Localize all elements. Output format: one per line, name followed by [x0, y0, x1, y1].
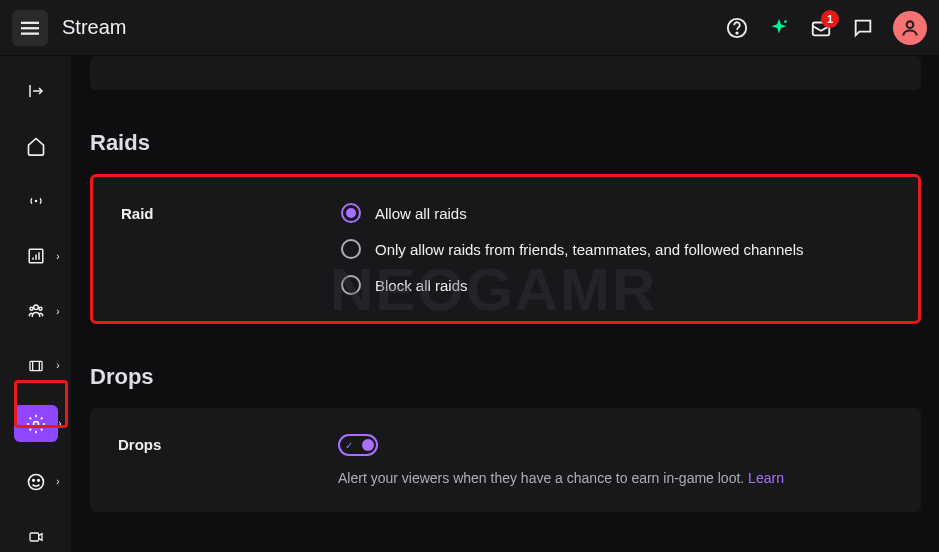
- raids-card: Raid Allow all raids Only allow raids fr…: [90, 174, 921, 324]
- radio-label: Allow all raids: [375, 205, 467, 222]
- sidebar-item-analytics[interactable]: ›: [16, 241, 56, 272]
- help-button[interactable]: [725, 16, 749, 40]
- sidebar-item-collapse[interactable]: [16, 76, 56, 107]
- drops-toggle[interactable]: ✓: [338, 434, 378, 456]
- svg-point-14: [33, 421, 38, 426]
- svg-point-11: [30, 307, 33, 310]
- sidebar-item-stream[interactable]: [16, 186, 56, 217]
- chevron-right-icon: ›: [56, 251, 59, 262]
- inbox-badge: 1: [821, 10, 839, 28]
- svg-rect-0: [21, 21, 39, 23]
- collapse-icon: [26, 82, 46, 100]
- drops-helper-text: Alert your viewers when they have a chan…: [338, 470, 893, 486]
- sidebar-item-extensions[interactable]: ›: [16, 466, 56, 497]
- raid-option-friends-only[interactable]: Only allow raids from friends, teammates…: [341, 239, 890, 259]
- main-content: Raids Raid Allow all raids Only allow ra…: [72, 56, 939, 552]
- svg-point-16: [32, 479, 34, 481]
- learn-link[interactable]: Learn: [748, 470, 784, 486]
- header-actions: 1: [725, 11, 927, 45]
- hamburger-icon: [21, 19, 39, 37]
- drops-setting-label: Drops: [118, 434, 338, 453]
- sidebar-item-community[interactable]: ›: [16, 296, 56, 327]
- gear-icon: [26, 414, 46, 434]
- svg-point-7: [907, 21, 914, 28]
- sidebar-item-settings[interactable]: ›: [14, 405, 58, 442]
- chevron-right-icon: ›: [56, 306, 59, 317]
- drops-content: ✓ Alert your viewers when they have a ch…: [338, 434, 893, 486]
- toggle-knob: [362, 439, 374, 451]
- chevron-right-icon: ›: [56, 476, 59, 487]
- raid-option-allow-all[interactable]: Allow all raids: [341, 203, 890, 223]
- drops-card: Drops ✓ Alert your viewers when they hav…: [90, 408, 921, 512]
- user-icon: [900, 18, 920, 38]
- help-icon: [726, 17, 748, 39]
- drops-section-title: Drops: [90, 364, 921, 390]
- video-icon: [26, 529, 46, 545]
- raid-option-block-all[interactable]: Block all raids: [341, 275, 890, 295]
- chevron-right-icon: ›: [58, 418, 61, 429]
- chart-icon: [27, 247, 45, 265]
- app-header: Stream 1: [0, 0, 939, 56]
- sidebar-item-content[interactable]: ›: [16, 351, 56, 382]
- chevron-right-icon: ›: [56, 360, 59, 371]
- sidebar-item-video[interactable]: [16, 521, 56, 552]
- clips-icon: [26, 358, 46, 374]
- sparkle-icon: [768, 17, 790, 39]
- svg-point-4: [736, 32, 737, 33]
- sparkle-button[interactable]: [767, 16, 791, 40]
- radio-label: Only allow raids from friends, teammates…: [375, 241, 804, 258]
- inbox-button[interactable]: 1: [809, 16, 833, 40]
- svg-point-12: [39, 307, 42, 310]
- svg-rect-1: [21, 27, 39, 29]
- radio-icon: [341, 275, 361, 295]
- radio-label: Block all raids: [375, 277, 468, 294]
- radio-icon: [341, 203, 361, 223]
- sidebar-item-home[interactable]: [16, 131, 56, 162]
- raid-setting-row: Raid Allow all raids Only allow raids fr…: [121, 203, 890, 295]
- svg-point-10: [33, 305, 38, 310]
- svg-point-5: [784, 20, 787, 23]
- previous-section-card: [90, 56, 921, 90]
- home-icon: [26, 136, 46, 156]
- smile-icon: [26, 472, 46, 492]
- sidebar: › › › › ›: [0, 56, 72, 552]
- menu-button[interactable]: [12, 10, 48, 46]
- radio-icon: [341, 239, 361, 259]
- svg-point-8: [34, 200, 37, 203]
- svg-rect-13: [30, 361, 42, 370]
- community-icon: [26, 302, 46, 320]
- avatar-button[interactable]: [893, 11, 927, 45]
- stream-icon: [26, 193, 46, 209]
- svg-point-15: [28, 474, 43, 489]
- chat-icon: [852, 17, 874, 39]
- chat-button[interactable]: [851, 16, 875, 40]
- svg-rect-18: [30, 533, 39, 541]
- check-icon: ✓: [345, 440, 353, 451]
- raids-section-title: Raids: [90, 130, 921, 156]
- svg-rect-2: [21, 32, 39, 34]
- raid-setting-label: Raid: [121, 203, 341, 222]
- drops-setting-row: Drops ✓ Alert your viewers when they hav…: [118, 434, 893, 486]
- page-title: Stream: [62, 16, 126, 39]
- svg-point-17: [37, 479, 39, 481]
- raid-options: Allow all raids Only allow raids from fr…: [341, 203, 890, 295]
- helper-text-span: Alert your viewers when they have a chan…: [338, 470, 748, 486]
